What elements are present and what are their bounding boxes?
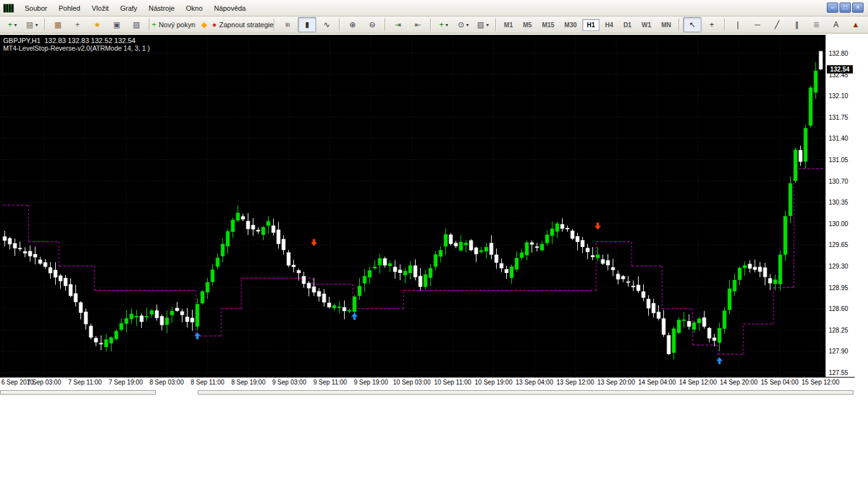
buy-signal-arrow xyxy=(717,357,723,364)
timeframe-h4-button[interactable]: H4 xyxy=(601,19,618,31)
price-axis-label: 132.10 xyxy=(829,92,848,99)
new-order-button[interactable]: +Nový pokyn xyxy=(153,17,194,32)
price-axis-label: 132.45 xyxy=(829,72,848,79)
price-axis-label: 129.30 xyxy=(829,263,848,270)
background-window-strip[interactable] xyxy=(198,390,853,395)
toolbar-separator xyxy=(44,18,46,31)
bar-chart-button[interactable]: ≡ xyxy=(278,17,297,32)
minimize-button[interactable]: – xyxy=(827,3,838,13)
price-axis-label: 130.35 xyxy=(829,199,848,206)
navigator-button[interactable]: ★ xyxy=(88,17,106,32)
chart-canvas[interactable] xyxy=(0,35,825,377)
workspace: GBPJPY,H1 132.83 132.83 132.52 132.54 MT… xyxy=(0,34,868,489)
auto-scroll-icon: ⇥ xyxy=(395,21,401,29)
zoom-in-icon: ⊕ xyxy=(350,21,356,29)
strategy-tester-button[interactable]: ▨ xyxy=(127,17,146,32)
text-button[interactable]: A xyxy=(827,17,845,32)
candlestick-chart-button[interactable]: ▮ xyxy=(298,17,316,32)
vertical-line-button[interactable]: | xyxy=(729,17,747,32)
price-axis-label: 131.05 xyxy=(829,156,848,163)
timeframe-m5-button[interactable]: M5 xyxy=(518,19,536,31)
background-window-strip[interactable] xyxy=(0,390,156,395)
menu-bar: SouborPohledVložitGrafyNástrojeOknoNápov… xyxy=(0,0,868,16)
time-axis-label: 15 Sep 12:00 xyxy=(801,379,839,386)
close-button[interactable]: × xyxy=(852,3,864,13)
templates-button[interactable]: ▧▾ xyxy=(474,17,492,32)
equidistant-channel-button[interactable]: ∥ xyxy=(788,17,806,32)
crosshair-button[interactable]: + xyxy=(703,17,721,32)
menu-tools[interactable]: Nástroje xyxy=(143,2,181,15)
menu-file[interactable]: Soubor xyxy=(19,2,53,15)
menu-charts[interactable]: Grafy xyxy=(115,2,143,15)
toolbar-separator xyxy=(339,18,340,31)
price-axis-label: 131.75 xyxy=(829,114,848,121)
arrows-button[interactable]: ▲ xyxy=(846,17,865,32)
terminal-icon: ▣ xyxy=(113,21,120,29)
symbol-quote-label: GBPJPY,H1 132.83 132.83 132.52 132.54 xyxy=(3,37,136,44)
time-axis-label: 8 Sep 11:00 xyxy=(191,379,224,386)
timeframe-m30-button[interactable]: M30 xyxy=(560,19,581,31)
price-axis-label: 129.65 xyxy=(829,241,848,248)
chart-area[interactable]: GBPJPY,H1 132.83 132.83 132.52 132.54 MT… xyxy=(0,35,825,377)
line-chart-icon: ∿ xyxy=(324,21,330,29)
new-chart-caret-icon[interactable]: ▾ xyxy=(15,22,17,28)
time-axis-label: 8 Sep 19:00 xyxy=(231,379,265,386)
navigator-icon: ★ xyxy=(94,21,101,29)
cursor-button[interactable]: ↖ xyxy=(683,17,701,32)
expert-advisors-icon: ◆ xyxy=(201,21,207,29)
autotrading-button[interactable]: ●Zapnout strategie xyxy=(215,17,271,32)
periods-button[interactable]: ⊙▾ xyxy=(454,17,473,32)
timeframe-d1-button[interactable]: D1 xyxy=(619,19,636,31)
market-watch-button[interactable]: ▦ xyxy=(49,17,67,32)
price-axis-label: 128.60 xyxy=(829,305,848,312)
time-axis-label: 15 Sep 04:00 xyxy=(761,379,799,386)
time-axis-label: 9 Sep 11:00 xyxy=(313,379,347,386)
price-axis-label: 130.70 xyxy=(829,178,848,185)
time-axis-label: 8 Sep 03:00 xyxy=(150,379,184,386)
profiles-caret-icon[interactable]: ▾ xyxy=(35,22,38,28)
menu-insert[interactable]: Vložit xyxy=(86,2,115,15)
menu-window[interactable]: Okno xyxy=(181,2,208,15)
time-axis[interactable]: 6 Sep 20107 Sep 03:007 Sep 11:007 Sep 19… xyxy=(0,377,855,387)
data-window-button[interactable]: + xyxy=(68,17,87,32)
timeframe-m1-button[interactable]: M1 xyxy=(500,19,518,31)
new-chart-button[interactable]: +▾ xyxy=(3,17,22,32)
price-axis-label: 130.00 xyxy=(829,220,848,227)
timeframe-w1-button[interactable]: W1 xyxy=(637,19,656,31)
toolbar-separator xyxy=(385,18,386,31)
zoom-out-button[interactable]: ⊖ xyxy=(363,17,381,32)
timeframe-m15-button[interactable]: M15 xyxy=(537,19,558,31)
price-axis-label: 131.40 xyxy=(829,135,848,142)
toolbar-separator xyxy=(495,18,497,31)
zoom-in-button[interactable]: ⊕ xyxy=(343,17,362,32)
time-axis-label: 10 Sep 19:00 xyxy=(475,379,513,386)
line-chart-button[interactable]: ∿ xyxy=(317,17,336,32)
market-watch-icon: ▦ xyxy=(54,21,61,29)
time-axis-label: 10 Sep 11:00 xyxy=(434,379,471,386)
trendline-button[interactable]: ╱ xyxy=(768,17,786,32)
indicators-button[interactable]: +▾ xyxy=(435,17,453,32)
templates-caret-icon[interactable]: ▾ xyxy=(486,22,488,28)
chart-shift-button[interactable]: ⇤ xyxy=(409,17,427,32)
expert-advisors-button[interactable]: ◆ xyxy=(195,17,214,32)
timeframe-h1-button[interactable]: H1 xyxy=(582,19,599,31)
price-axis-label: 128.25 xyxy=(829,327,848,334)
price-axis[interactable]: 132.54 132.80132.45132.10131.75131.40131… xyxy=(825,35,855,377)
auto-scroll-button[interactable]: ⇥ xyxy=(389,17,407,32)
restore-button[interactable]: □ xyxy=(839,3,851,13)
price-axis-label: 128.95 xyxy=(829,284,848,291)
horizontal-line-button[interactable]: ─ xyxy=(748,17,767,32)
indicators-caret-icon[interactable]: ▾ xyxy=(445,22,448,28)
time-axis-label: 14 Sep 20:00 xyxy=(720,379,758,386)
profiles-button[interactable]: ▤▾ xyxy=(23,17,41,32)
menu-help[interactable]: Nápověda xyxy=(208,2,252,15)
time-axis-label: 7 Sep 11:00 xyxy=(68,379,101,386)
chart-shift-icon: ⇤ xyxy=(414,21,421,29)
timeframe-mn-button[interactable]: MN xyxy=(657,19,676,31)
periods-caret-icon[interactable]: ▾ xyxy=(466,22,469,28)
fibonacci-button[interactable]: ≣ xyxy=(807,17,826,32)
terminal-button[interactable]: ▣ xyxy=(108,17,126,32)
toolbar-separator xyxy=(724,18,725,31)
trendline-icon: ╱ xyxy=(775,21,779,29)
menu-view[interactable]: Pohled xyxy=(53,2,86,15)
